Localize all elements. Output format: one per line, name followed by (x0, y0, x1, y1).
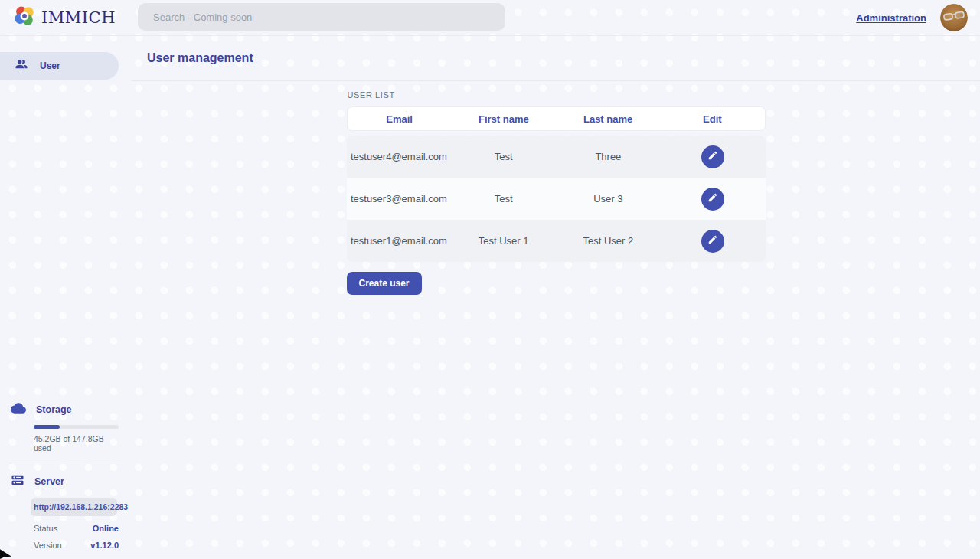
version-value: v1.12.0 (90, 541, 119, 550)
user-list-label: USER LIST (348, 90, 766, 100)
sidebar-bottom-widgets: Storage 45.2GB of 147.8GB used (0, 400, 132, 559)
status-label: Status (34, 524, 57, 533)
status-value: Online (93, 524, 119, 533)
table-row: testuser3@email.com Test User 3 (347, 178, 766, 220)
edit-user-button[interactable] (701, 188, 724, 211)
storage-title: Storage (36, 404, 72, 415)
server-widget-header: Server (0, 473, 132, 490)
server-version-row: Version v1.12.0 (34, 541, 119, 550)
column-header-first-name: First name (479, 113, 529, 125)
column-header-last-name: Last name (583, 113, 632, 125)
storage-usage-text: 45.2GB of 147.8GB used (34, 434, 119, 453)
administration-link[interactable]: Administration (856, 12, 926, 24)
search-input[interactable] (138, 3, 505, 31)
table-row: testuser4@email.com Test Three (347, 136, 766, 178)
user-avatar[interactable] (940, 4, 968, 31)
column-header-edit: Edit (703, 113, 722, 125)
page-title: User management (147, 51, 253, 65)
storage-progress-track (34, 425, 119, 429)
logo-wordmark: IMMICH (41, 8, 116, 27)
sidebar-item-user[interactable]: User (0, 52, 119, 80)
pencil-icon (707, 234, 718, 247)
admin-sidebar: User Storage 45.2GB of 147.8GB used (0, 36, 132, 559)
sidebar-divider (9, 463, 122, 463)
user-list-section: USER LIST Email First name Last name Edi… (347, 90, 766, 295)
pencil-icon (707, 192, 718, 205)
column-header-email: Email (386, 113, 413, 125)
main-content: User management USER LIST Email First na… (132, 36, 980, 559)
page-layout: User Storage 45.2GB of 147.8GB used (0, 36, 980, 559)
cloud-icon (11, 400, 26, 419)
immich-flower-icon (13, 5, 36, 31)
top-navbar: IMMICH Administration (0, 0, 980, 36)
server-title: Server (34, 476, 64, 487)
cell-email: testuser1@email.com (351, 235, 447, 247)
create-user-button[interactable]: Create user (347, 272, 422, 295)
navbar-right: Administration (856, 4, 980, 31)
cell-last-name: Three (595, 151, 621, 162)
server-url-badge: http://192.168.1.216:2283 (31, 498, 117, 516)
server-icon (11, 473, 24, 490)
cell-email: testuser4@email.com (351, 151, 447, 162)
user-table-body: testuser4@email.com Test Three testuser3… (347, 136, 766, 262)
storage-widget-header: Storage (0, 400, 132, 419)
cell-first-name: Test (495, 193, 513, 204)
cell-last-name: User 3 (593, 193, 622, 204)
edit-user-button[interactable] (701, 145, 724, 168)
immich-logo[interactable]: IMMICH (0, 5, 116, 31)
server-status-row: Status Online (34, 524, 119, 533)
cell-email: testuser3@email.com (351, 193, 447, 204)
storage-progress-fill (34, 425, 60, 429)
edit-user-button[interactable] (701, 230, 724, 253)
user-table-header: Email First name Last name Edit (347, 106, 766, 131)
version-label: Version (34, 541, 62, 550)
table-row: testuser1@email.com Test User 1 Test Use… (347, 220, 766, 262)
cell-last-name: Test User 2 (583, 235, 634, 247)
users-icon (15, 57, 28, 74)
page-header: User management (132, 36, 980, 81)
pencil-icon (707, 150, 718, 163)
sidebar-item-user-label: User (40, 60, 60, 71)
cell-first-name: Test User 1 (479, 235, 529, 247)
cell-first-name: Test (495, 151, 513, 162)
